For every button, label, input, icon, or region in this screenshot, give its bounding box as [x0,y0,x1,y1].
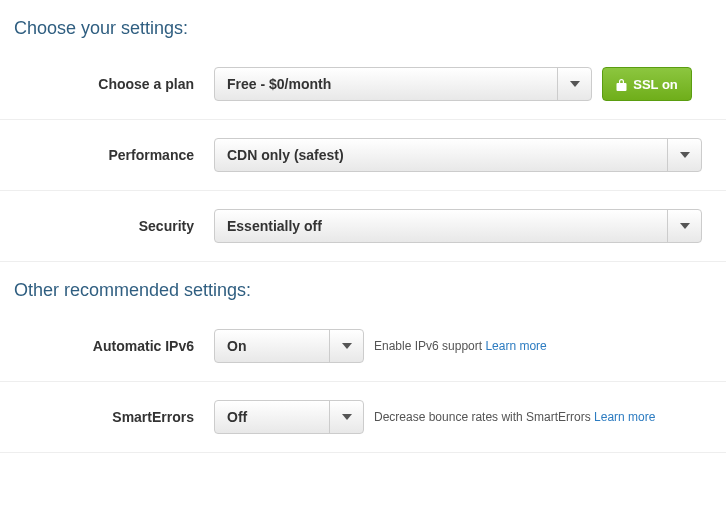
row-smarterrors: SmartErrors Off Decrease bounce rates wi… [0,382,726,453]
select-performance-value: CDN only (safest) [215,139,667,171]
label-performance: Performance [14,147,214,163]
section-title-other: Other recommended settings: [0,262,726,311]
chevron-down-icon [667,139,701,171]
section-title-choose: Choose your settings: [0,0,726,49]
desc-smarterrors: Decrease bounce rates with SmartErrors L… [374,410,655,424]
select-ipv6[interactable]: On [214,329,364,363]
select-smarterrors-value: Off [215,401,329,433]
desc-ipv6: Enable IPv6 support Learn more [374,339,547,353]
select-plan[interactable]: Free - $0/month [214,67,592,101]
lock-icon [616,78,627,91]
row-ipv6: Automatic IPv6 On Enable IPv6 support Le… [0,311,726,382]
select-ipv6-value: On [215,330,329,362]
row-security: Security Essentially off [0,191,726,262]
select-performance[interactable]: CDN only (safest) [214,138,702,172]
select-smarterrors[interactable]: Off [214,400,364,434]
select-plan-value: Free - $0/month [215,68,557,100]
chevron-down-icon [557,68,591,100]
row-performance: Performance CDN only (safest) [0,120,726,191]
label-security: Security [14,218,214,234]
row-plan: Choose a plan Free - $0/month SSL on [0,49,726,120]
select-security[interactable]: Essentially off [214,209,702,243]
chevron-down-icon [667,210,701,242]
label-ipv6: Automatic IPv6 [14,338,214,354]
chevron-down-icon [329,330,363,362]
link-ipv6-learn-more[interactable]: Learn more [485,339,546,353]
chevron-down-icon [329,401,363,433]
label-smarterrors: SmartErrors [14,409,214,425]
link-smarterrors-learn-more[interactable]: Learn more [594,410,655,424]
select-security-value: Essentially off [215,210,667,242]
label-plan: Choose a plan [14,76,214,92]
ssl-button-label: SSL on [633,77,678,92]
ssl-button[interactable]: SSL on [602,67,692,101]
